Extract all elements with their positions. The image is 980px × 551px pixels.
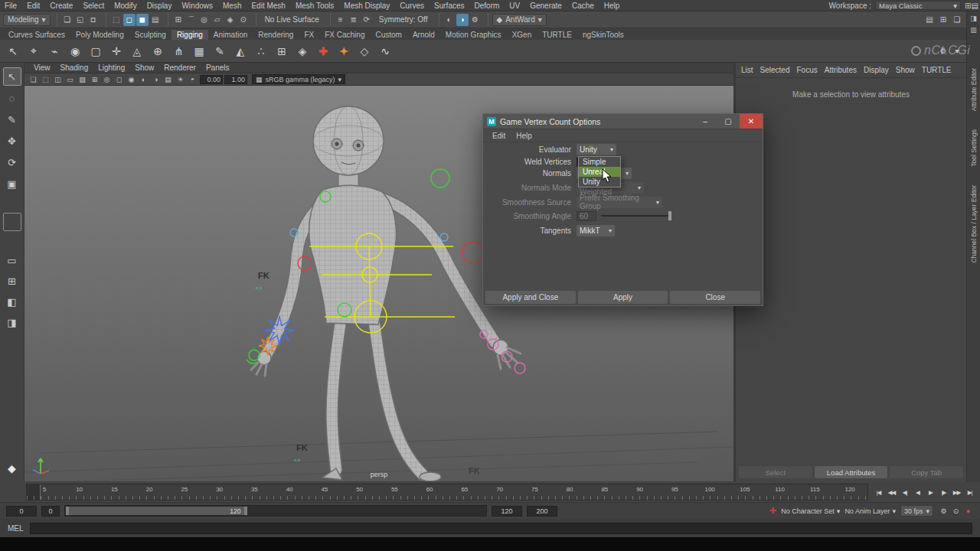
anim-layer-dropdown[interactable]: No Anim Layer ▾ (844, 507, 896, 515)
dropdown-option[interactable]: Simple (579, 157, 620, 167)
shelf-tab[interactable]: Animation (208, 30, 253, 40)
statusline-icon[interactable]: ▱ (211, 14, 224, 26)
panel-toolbar-icon[interactable]: ◉ (126, 74, 137, 85)
shelf-tool-icon[interactable]: ⋔ (168, 41, 188, 61)
menu-item[interactable]: Edit (27, 2, 40, 10)
statusline-icon[interactable]: ◈ (224, 14, 237, 26)
panel-toolbar-icon[interactable]: ◐ (138, 74, 149, 85)
panel-toolbar-icon[interactable]: ▨ (77, 74, 88, 85)
shelf-tool-icon[interactable]: ⌖ (24, 41, 44, 61)
panel-menu-item[interactable]: Lighting (98, 64, 125, 72)
panel-toolbar-icon[interactable]: ▤ (162, 74, 174, 85)
range-slider[interactable]: 120 (64, 505, 487, 517)
fps-dropdown[interactable]: 30 fps ▾ (900, 505, 933, 517)
tool-icon[interactable]: ▣ (3, 174, 21, 193)
playback-button[interactable]: |▶ (938, 486, 949, 498)
shelf-tool-icon[interactable]: ◇ (354, 41, 374, 61)
layout-button[interactable]: ▭ (3, 251, 21, 269)
toolbox-extra-icon[interactable]: ◆ (8, 462, 16, 474)
playback-button[interactable]: ◀ (912, 486, 923, 498)
shelf-tool-icon[interactable]: ⌁ (44, 41, 64, 61)
menu-item[interactable]: UV (509, 2, 520, 10)
custom-field-dropdown[interactable]: ◆ AntWard ▾ (492, 14, 547, 26)
shelf-tool-icon[interactable]: ✛ (106, 41, 126, 61)
statusline-icon[interactable]: ⊞ (937, 14, 949, 26)
dialog-button[interactable]: Apply and Close (485, 291, 576, 304)
menu-item[interactable]: Cache (572, 2, 594, 10)
tool-icon[interactable]: ✎ (3, 110, 21, 129)
shelf-tool-icon[interactable]: ▦ (189, 41, 209, 61)
playback-button[interactable]: ▶| (964, 486, 975, 498)
menu-item[interactable]: Edit Mesh (251, 2, 285, 10)
shelf-tool-icon[interactable]: ▢ (86, 41, 106, 61)
layout-button[interactable]: ◨ (3, 313, 21, 331)
statusline-icon[interactable]: ⌒ (185, 14, 198, 26)
fk-arrow-icon[interactable]: ⇔ (292, 453, 302, 465)
attribute-editor-button[interactable]: Load Attributes (815, 466, 888, 478)
window-button[interactable]: ✕ (740, 114, 763, 129)
shelf-tab[interactable]: Rigging (172, 30, 208, 40)
shelf-tool-icon[interactable]: ◈ (292, 41, 312, 61)
shelf-tool-icon[interactable]: ✦ (334, 41, 354, 61)
menu-item[interactable]: File (5, 2, 17, 10)
statusline-icon[interactable]: ◑ (456, 14, 469, 26)
statusline-icon[interactable]: ⚙ (469, 14, 482, 26)
dock-icon[interactable]: ▥ (970, 26, 977, 34)
shelf-tool-icon[interactable]: ↖ (3, 41, 23, 61)
menu-item[interactable]: Deform (475, 2, 500, 10)
tool-icon[interactable]: ◌ (3, 89, 21, 107)
panel-toolbar-icon[interactable]: ◻ (113, 74, 125, 85)
menu-item[interactable]: Curves (400, 2, 424, 10)
attribute-editor-menu-item[interactable]: List (741, 66, 753, 74)
shelf-tab[interactable]: XGen (507, 30, 537, 40)
timeline-option-icon[interactable]: ⊙ (950, 507, 962, 515)
dock-tab[interactable]: Tool Settings (970, 125, 978, 171)
range-handle-right[interactable] (244, 507, 247, 515)
menu-item[interactable]: Windows (181, 2, 213, 10)
menu-item[interactable]: Generate (530, 2, 562, 10)
panel-menu-item[interactable]: Shading (60, 64, 89, 72)
statusline-icon[interactable]: ▤ (149, 14, 162, 26)
dropdown-option[interactable]: Unity (579, 177, 620, 187)
window-button[interactable]: – (694, 114, 717, 129)
statusline-icon[interactable]: ❏ (61, 14, 74, 26)
playback-start-field[interactable]: 0 (41, 506, 60, 517)
shelf-tool-icon[interactable]: ⊕ (148, 41, 168, 61)
dropdown-option[interactable]: Unreal (579, 167, 620, 177)
tool-icon[interactable]: ✥ (3, 132, 21, 150)
shelf-tab[interactable]: FX (299, 30, 319, 40)
playback-button[interactable]: |◀ (873, 486, 884, 498)
shelf-tool-icon[interactable]: ∴ (251, 41, 271, 61)
shelf-tool-icon[interactable]: ◬ (127, 41, 147, 61)
menu-item[interactable]: Select (83, 2, 104, 10)
timeline-option-icon[interactable]: ⚙ (938, 507, 949, 515)
menu-item[interactable]: Mesh Display (344, 2, 390, 10)
dialog-button[interactable]: Close (670, 291, 760, 304)
panel-toolbar-icon[interactable]: ◫ (52, 74, 64, 85)
dialog-button[interactable]: Apply (578, 291, 668, 304)
panel-menu-item[interactable]: View (34, 64, 51, 72)
playback-button[interactable]: ▶▶ (951, 486, 962, 498)
view-transform-dropdown[interactable]: ▦ sRGB gamma (legacy) ▾ (252, 74, 345, 84)
window-button[interactable]: ▢ (717, 114, 740, 129)
statusline-icon[interactable]: ⊞ (172, 14, 185, 26)
menu-item[interactable]: Modify (114, 2, 136, 10)
fk-arrow-icon[interactable]: ⇔ (253, 281, 264, 293)
playback-button[interactable]: ▶ (925, 486, 936, 498)
shelf-tool-icon[interactable]: ✚ (313, 41, 333, 61)
shelf-tab[interactable]: Motion Graphics (440, 30, 507, 40)
panel-toolbar-icon[interactable]: ☀ (175, 74, 186, 85)
dialog-titlebar[interactable]: M Game Vertex Count Options –▢✕ (483, 114, 763, 129)
menu-set-dropdown[interactable]: Modeling ▾ (3, 14, 51, 26)
dock-tab[interactable]: Attribute Editor (970, 64, 978, 116)
playback-button[interactable]: ◀◀ (886, 486, 897, 498)
dialog-menu-item[interactable]: Edit (492, 132, 505, 140)
panel-toolbar-icon[interactable]: ▭ (64, 74, 76, 85)
tool-icon[interactable]: ⟳ (3, 153, 21, 171)
last-tool-slot[interactable] (3, 213, 21, 231)
attribute-editor-menu-item[interactable]: Display (864, 66, 889, 74)
panel-toolbar-icon[interactable]: ◎ (101, 74, 113, 85)
timeline-option-icon[interactable]: ● (962, 507, 974, 515)
layout-button[interactable]: ⊞ (3, 272, 21, 290)
panel-toolbar-icon[interactable]: ⊞ (89, 74, 100, 85)
